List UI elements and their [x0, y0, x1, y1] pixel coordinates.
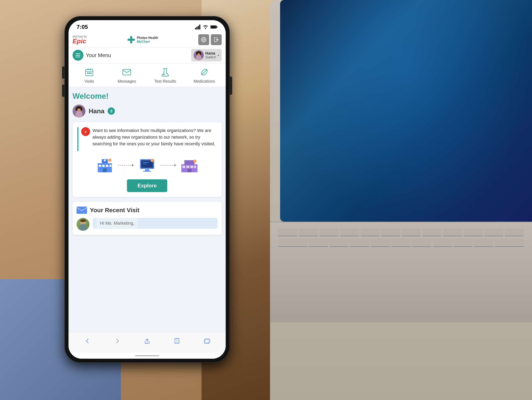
user-avatar-header — [194, 50, 204, 60]
explore-button[interactable]: Explore — [127, 179, 167, 192]
hamburger-lines — [76, 53, 80, 57]
user-row: Hana 3 — [73, 105, 222, 117]
hospital-icon-1: ! — [96, 157, 114, 173]
medications-icon — [199, 66, 210, 78]
card-border — [77, 127, 78, 151]
connection-arrows-2 — [160, 161, 176, 169]
key — [299, 228, 318, 236]
visits-icon — [84, 66, 95, 78]
user-avatar-icon — [73, 105, 85, 117]
svg-rect-54 — [143, 164, 147, 165]
key — [278, 239, 307, 247]
key — [453, 239, 473, 247]
keyboard-area — [270, 222, 532, 322]
scene: 7:05 — [0, 0, 532, 400]
key — [371, 239, 390, 247]
epic-brand-text: Epic — [73, 38, 86, 44]
svg-point-64 — [193, 160, 196, 163]
messages-icon — [121, 66, 132, 78]
svg-rect-53 — [143, 162, 149, 163]
svg-rect-6 — [211, 26, 216, 28]
header-right — [198, 34, 222, 45]
keyboard-rows — [270, 222, 532, 253]
svg-rect-1 — [196, 27, 197, 29]
svg-rect-50 — [145, 169, 149, 171]
nav-item-visits[interactable]: Visits — [79, 66, 99, 84]
dropdown-arrow-icon: ▾ — [218, 53, 219, 57]
share-button[interactable] — [141, 335, 153, 347]
user-row-avatar — [73, 105, 85, 117]
svg-rect-39 — [106, 165, 108, 167]
quick-nav: Visits Messages — [69, 63, 226, 87]
test-results-icon — [160, 66, 171, 78]
multi-org-card: e Want to see information from multiple … — [73, 122, 222, 197]
svg-point-13 — [196, 55, 202, 60]
keyboard-row-2 — [278, 239, 524, 247]
welcome-title: Welcome! — [73, 92, 222, 101]
nav-item-test-results[interactable]: Test Results — [154, 66, 176, 84]
key — [484, 228, 503, 236]
key — [463, 228, 483, 236]
nav-item-medications[interactable]: Medications — [193, 66, 215, 84]
key — [505, 228, 524, 236]
tabs-icon — [203, 337, 210, 345]
card-header-row: e Want to see information from multiple … — [77, 127, 217, 151]
pill-icon — [200, 67, 209, 77]
forward-button[interactable] — [112, 335, 123, 347]
svg-rect-63 — [194, 166, 196, 168]
battery-icon — [210, 25, 218, 29]
home-indicator-area — [69, 353, 226, 359]
status-icons — [195, 25, 218, 29]
menu-button[interactable]: Your Menu — [73, 50, 111, 61]
key — [412, 239, 431, 247]
book-icon — [173, 337, 181, 345]
svg-point-17 — [196, 52, 198, 55]
svg-point-18 — [200, 52, 201, 55]
key — [495, 239, 524, 247]
envelope-icon — [122, 67, 132, 77]
monitor-icon — [138, 157, 156, 173]
nav-item-messages[interactable]: Messages — [117, 66, 137, 84]
visit-preview: Hi Ms. Marketing, — [76, 218, 218, 231]
globe-button[interactable] — [198, 34, 209, 45]
phelps-logo: Phelps Health MyChart — [127, 36, 158, 44]
svg-rect-24 — [90, 73, 92, 74]
svg-rect-3 — [199, 25, 200, 29]
volume-button-up — [62, 66, 64, 79]
home-indicator — [135, 355, 159, 356]
card-inner: e Want to see information from multiple … — [81, 127, 217, 151]
svg-marker-47 — [132, 164, 134, 166]
svg-rect-22 — [87, 73, 89, 74]
doctor-avatar — [76, 218, 89, 231]
svg-point-69 — [79, 224, 87, 231]
svg-point-34 — [75, 111, 83, 117]
svg-rect-2 — [198, 26, 199, 29]
key — [340, 228, 359, 236]
key — [319, 228, 339, 236]
svg-point-26 — [164, 74, 165, 75]
laptop-screen — [280, 0, 532, 222]
book-button[interactable] — [171, 335, 183, 347]
svg-rect-66 — [76, 207, 87, 214]
recent-visit-card: Your Recent Visit — [73, 202, 222, 235]
user-row-name: Hana — [89, 108, 104, 115]
svg-rect-7 — [217, 26, 217, 28]
svg-rect-61 — [186, 166, 189, 168]
logout-button[interactable] — [211, 34, 222, 45]
card-body-text: Want to see information from multiple or… — [93, 127, 217, 147]
calendar-icon — [84, 67, 94, 77]
back-button[interactable] — [82, 335, 93, 347]
key — [433, 239, 452, 247]
network-illustration: ! — [77, 155, 217, 175]
phone-inner: 7:05 — [69, 20, 226, 359]
key — [278, 228, 298, 236]
svg-point-10 — [201, 37, 206, 42]
tabs-button[interactable] — [201, 335, 212, 347]
user-profile-button[interactable]: Hana Switch ▾ — [191, 49, 222, 62]
svg-marker-57 — [174, 164, 176, 166]
phone-screen: 7:05 — [69, 20, 226, 359]
user-bar: Your Menu — [69, 47, 226, 63]
user-name-last: Switch — [205, 55, 216, 59]
hamburger-line-3 — [76, 57, 80, 57]
svg-rect-51 — [143, 171, 151, 172]
